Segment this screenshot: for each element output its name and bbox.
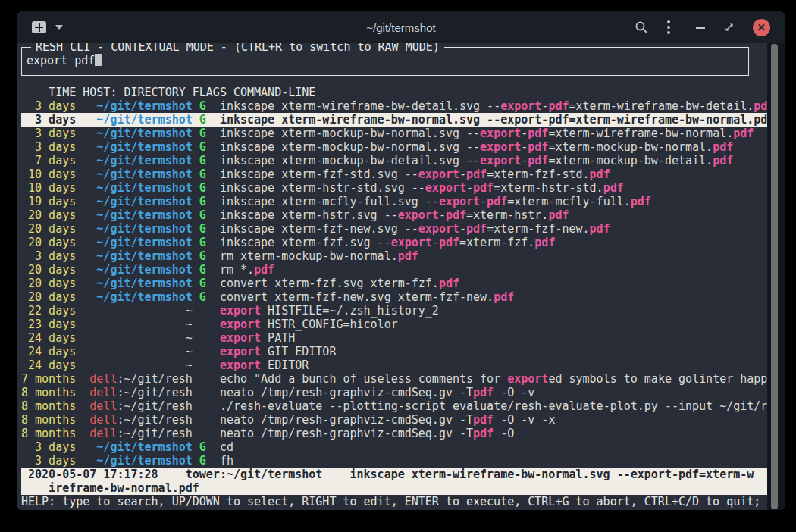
history-row[interactable]: 7 months dell:~/git/resh echo "Add a bun… (21, 372, 767, 386)
history-row[interactable]: 3 days ~/git/termshot G cd (21, 440, 767, 454)
chevron-down-icon[interactable] (55, 25, 63, 30)
new-tab-icon[interactable] (32, 21, 46, 33)
history-row[interactable]: 20 days ~/git/termshot G inkscape xterm-… (21, 236, 767, 249)
search-query[interactable]: export pdf (27, 54, 95, 67)
status-line-2: ireframe-bw-normal.pdf (21, 481, 767, 495)
history-row[interactable]: 3 days ~/git/termshot G inkscape xterm-m… (21, 140, 767, 154)
history-row[interactable]: 20 days ~/git/termshot G inkscape xterm-… (21, 222, 767, 236)
history-row[interactable]: 3 days ~/git/termshot G fh (21, 454, 767, 468)
search-box-title: RESH CLI - CONTEXTUAL MODE - (CTRL+R to … (31, 43, 444, 54)
history-row[interactable]: 19 days ~/git/termshot G inkscape xterm-… (21, 195, 767, 208)
text-cursor (95, 54, 102, 66)
close-button[interactable] (753, 19, 770, 36)
status-line-1: 2020-05-07 17:17:28 tower:~/git/termshot… (21, 468, 767, 481)
search-box[interactable]: RESH CLI - CONTEXTUAL MODE - (CTRL+R to … (21, 47, 749, 76)
history-row[interactable]: 10 days ~/git/termshot G inkscape xterm-… (21, 181, 767, 195)
history-row[interactable]: 3 days ~/git/termshot G inkscape xterm-m… (21, 127, 767, 140)
restore-button[interactable] (724, 22, 735, 33)
terminal-screen: RESH CLI - CONTEXTUAL MODE - (CTRL+R to … (17, 43, 785, 510)
terminal-window: ~/git/termshot (17, 11, 785, 510)
history-row[interactable]: 20 days ~/git/termshot G convert xterm-f… (21, 277, 767, 290)
history-row[interactable]: 20 days ~/git/termshot G inkscape xterm-… (21, 208, 767, 222)
history-row[interactable]: 8 months dell:~/git/resh ./resh-evaluate… (21, 399, 767, 413)
scrollbar[interactable] (767, 43, 785, 510)
history-row[interactable]: 3 days ~/git/termshot G inkscape xterm-w… (21, 113, 767, 127)
history-row[interactable]: 8 months dell:~/git/resh neato /tmp/resh… (21, 386, 767, 399)
history-row[interactable]: 8 months dell:~/git/resh neato /tmp/resh… (21, 413, 767, 427)
history-row[interactable]: 3 days ~/git/termshot G rm xterm-mockup-… (21, 249, 767, 263)
help-line: HELP: type to search, UP/DOWN to select,… (21, 495, 767, 509)
history-row[interactable]: 10 days ~/git/termshot G inkscape xterm-… (21, 167, 767, 181)
history-row[interactable]: 20 days ~/git/termshot G convert xterm-f… (21, 290, 767, 304)
window-title: ~/git/termshot (366, 21, 435, 34)
history-row[interactable]: 20 days ~/git/termshot G rm *.pdf (21, 263, 767, 277)
history-row[interactable]: 24 days ~ export GIT_EDITOR (21, 345, 767, 358)
menu-kebab-icon[interactable] (666, 20, 671, 35)
search-icon[interactable] (635, 20, 648, 34)
history-row[interactable]: 3 days ~/git/termshot G inkscape xterm-w… (21, 99, 767, 113)
history-rows: 3 days ~/git/termshot G inkscape xterm-w… (21, 99, 767, 468)
history-row[interactable]: 24 days ~ export EDITOR (21, 358, 767, 372)
history-row[interactable]: 24 days ~ export PATH (21, 331, 767, 345)
history-row[interactable]: 22 days ~ export HISTFILE=~/.zsh_history… (21, 304, 767, 318)
minimize-button[interactable] (695, 22, 706, 33)
scrollbar-thumb[interactable] (771, 44, 778, 509)
history-row[interactable]: 23 days ~ export HSTR_CONFIG=hicolor (21, 318, 767, 331)
history-row[interactable]: 8 months dell:~/git/resh neato /tmp/resh… (21, 427, 767, 440)
titlebar: ~/git/termshot (17, 11, 785, 43)
status-bar: 2020-05-07 17:17:28 tower:~/git/termshot… (21, 468, 767, 495)
list-header: TIME HOST: DIRECTORY FLAGS COMMAND-LINE (21, 86, 767, 99)
history-row[interactable]: 7 days ~/git/termshot G inkscape xterm-m… (21, 154, 767, 167)
